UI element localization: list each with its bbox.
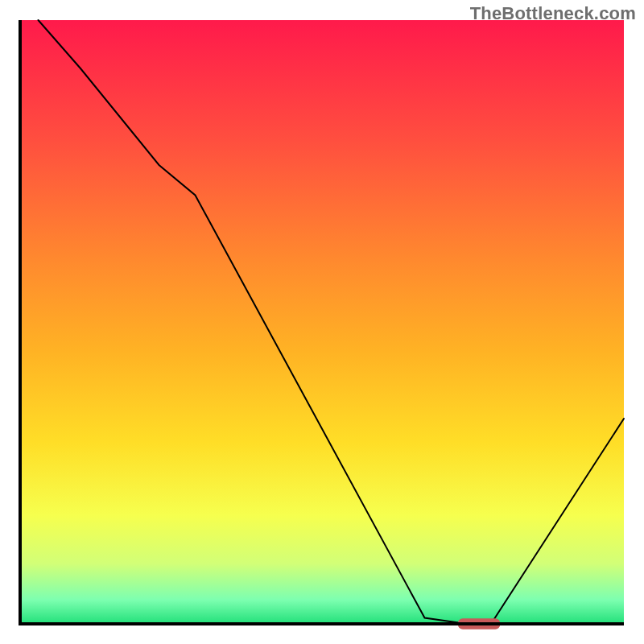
plot-gradient-bg xyxy=(20,20,624,624)
watermark-text: TheBottleneck.com xyxy=(470,3,636,24)
chart-svg xyxy=(0,0,644,644)
bottleneck-chart: TheBottleneck.com xyxy=(0,0,644,644)
